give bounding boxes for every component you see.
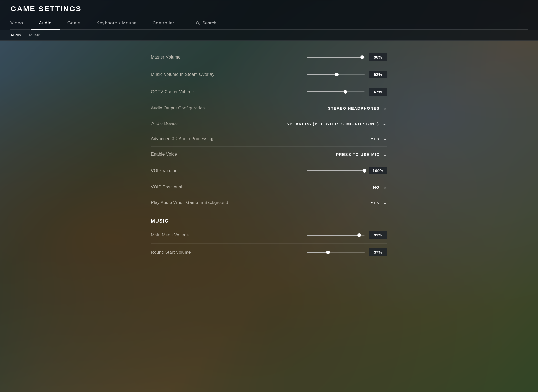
tab-audio[interactable]: Audio: [31, 18, 59, 29]
setting-audio-device: Audio Device SPEAKERS (YETI STEREO MICRO…: [148, 116, 390, 131]
slider-thumb-gotv-caster-volume: [344, 90, 347, 94]
slider-value-round-start-volume: 37%: [369, 248, 387, 256]
setting-control-enable-voice: PRESS TO USE MIC ⌄: [336, 151, 387, 157]
tab-keyboard-mouse[interactable]: Keyboard / Mouse: [88, 18, 145, 29]
slider-value-master-volume: 96%: [369, 53, 387, 61]
slider-value-gotv-caster-volume: 67%: [369, 88, 387, 96]
setting-control-gotv-caster-volume: 67%: [307, 88, 387, 96]
setting-label-master-volume: Master Volume: [151, 55, 230, 60]
tab-game[interactable]: Game: [60, 18, 88, 29]
slider-fill-main-menu-volume: [307, 235, 359, 236]
tab-controller[interactable]: Controller: [145, 18, 182, 29]
slider-track-music-volume-overlay[interactable]: [307, 74, 365, 75]
slider-value-main-menu-volume: 91%: [369, 231, 387, 239]
setting-control-master-volume: 96%: [307, 53, 387, 61]
svg-point-0: [196, 22, 199, 24]
main-content: Master Volume 96% Music Volume In Steam …: [0, 41, 538, 392]
dropdown-voip-positional[interactable]: NO ⌄: [373, 184, 387, 190]
slider-fill-round-start-volume: [307, 252, 328, 253]
slider-thumb-round-start-volume: [326, 251, 330, 254]
setting-music-volume-overlay: Music Volume In Steam Overlay 52%: [151, 66, 387, 83]
dropdown-value-play-audio-background: YES: [371, 200, 380, 205]
setting-control-play-audio-background: YES ⌄: [371, 200, 387, 205]
subtab-music[interactable]: Music: [29, 30, 40, 40]
setting-control-audio-output-config: STEREO HEADPHONES ⌄: [328, 105, 387, 111]
slider-track-gotv-caster-volume[interactable]: [307, 91, 365, 92]
dropdown-value-voip-positional: NO: [373, 185, 380, 189]
dropdown-value-audio-output-config: STEREO HEADPHONES: [328, 106, 379, 110]
setting-audio-output-config: Audio Output Configuration STEREO HEADPH…: [151, 100, 387, 116]
setting-label-music-volume-overlay: Music Volume In Steam Overlay: [151, 72, 230, 77]
setting-control-audio-device: SPEAKERS (YETI STEREO MICROPHONE) ⌄: [287, 121, 387, 126]
search-label: Search: [202, 20, 217, 26]
header: GAME SETTINGS Video Audio Game Keyboard …: [0, 0, 538, 30]
slider-thumb-voip-volume: [363, 169, 366, 173]
music-section-heading: Music: [151, 210, 387, 226]
setting-round-start-volume: Round Start Volume 37%: [151, 244, 387, 261]
setting-label-gotv-caster-volume: GOTV Caster Volume: [151, 89, 230, 94]
setting-control-music-volume-overlay: 52%: [307, 71, 387, 78]
setting-label-play-audio-background: Play Audio When Game In Background: [151, 200, 230, 205]
setting-control-round-start-volume: 37%: [307, 248, 387, 256]
slider-track-round-start-volume[interactable]: [307, 252, 365, 253]
setting-label-audio-output-config: Audio Output Configuration: [151, 106, 230, 110]
chevron-down-icon-audio-device: ⌄: [382, 121, 387, 126]
setting-main-menu-volume: Main Menu Volume 91%: [151, 226, 387, 244]
dropdown-value-audio-device: SPEAKERS (YETI STEREO MICROPHONE): [287, 121, 379, 126]
slider-value-voip-volume: 100%: [369, 167, 387, 174]
dropdown-enable-voice[interactable]: PRESS TO USE MIC ⌄: [336, 151, 387, 157]
tab-video[interactable]: Video: [10, 18, 31, 29]
slider-fill-voip-volume: [307, 170, 365, 171]
slider-value-music-volume-overlay: 52%: [369, 71, 387, 78]
dropdown-value-enable-voice: PRESS TO USE MIC: [336, 152, 379, 157]
setting-control-advanced-3d-audio: YES ⌄: [371, 136, 387, 142]
chevron-down-icon-play-audio-background: ⌄: [383, 200, 387, 205]
setting-label-voip-positional: VOIP Positional: [151, 185, 230, 189]
setting-control-main-menu-volume: 91%: [307, 231, 387, 239]
main-nav: Video Audio Game Keyboard / Mouse Contro…: [10, 18, 528, 30]
setting-voip-volume: VOIP Volume 100%: [151, 162, 387, 179]
svg-line-1: [198, 24, 200, 25]
slider-thumb-main-menu-volume: [357, 233, 361, 237]
slider-fill-music-volume-overlay: [307, 74, 337, 75]
setting-label-voip-volume: VOIP Volume: [151, 168, 230, 173]
slider-thumb-music-volume-overlay: [335, 73, 339, 76]
setting-label-advanced-3d-audio: Advanced 3D Audio Processing: [151, 136, 230, 141]
settings-panel: Master Volume 96% Music Volume In Steam …: [151, 41, 387, 274]
search-button[interactable]: Search: [188, 18, 224, 29]
setting-advanced-3d-audio: Advanced 3D Audio Processing YES ⌄: [151, 131, 387, 147]
dropdown-audio-device[interactable]: SPEAKERS (YETI STEREO MICROPHONE) ⌄: [287, 121, 387, 126]
setting-label-audio-device: Audio Device: [151, 121, 230, 126]
slider-fill-gotv-caster-volume: [307, 91, 345, 92]
sub-nav: Audio Music: [0, 30, 538, 41]
subtab-audio[interactable]: Audio: [10, 30, 21, 40]
dropdown-value-advanced-3d-audio: YES: [371, 137, 380, 141]
slider-thumb-master-volume: [360, 55, 364, 59]
setting-enable-voice: Enable Voice PRESS TO USE MIC ⌄: [151, 147, 387, 162]
setting-control-voip-volume: 100%: [307, 167, 387, 174]
setting-voip-positional: VOIP Positional NO ⌄: [151, 179, 387, 195]
setting-gotv-caster-volume: GOTV Caster Volume 67%: [151, 83, 387, 100]
slider-fill-master-volume: [307, 57, 362, 58]
chevron-down-icon-advanced-3d-audio: ⌄: [383, 136, 387, 142]
slider-track-main-menu-volume[interactable]: [307, 235, 365, 236]
chevron-down-icon-audio-output-config: ⌄: [383, 105, 387, 111]
chevron-down-icon-voip-positional: ⌄: [383, 184, 387, 190]
slider-track-voip-volume[interactable]: [307, 170, 365, 171]
setting-label-main-menu-volume: Main Menu Volume: [151, 233, 230, 237]
setting-label-round-start-volume: Round Start Volume: [151, 250, 230, 255]
slider-track-master-volume[interactable]: [307, 57, 365, 58]
setting-play-audio-background: Play Audio When Game In Background YES ⌄: [151, 195, 387, 210]
search-icon: [196, 21, 200, 25]
chevron-down-icon-enable-voice: ⌄: [383, 151, 387, 157]
setting-master-volume: Master Volume 96%: [151, 49, 387, 66]
page-title: GAME SETTINGS: [10, 5, 528, 18]
setting-label-enable-voice: Enable Voice: [151, 152, 230, 157]
dropdown-audio-output-config[interactable]: STEREO HEADPHONES ⌄: [328, 105, 387, 111]
dropdown-play-audio-background[interactable]: YES ⌄: [371, 200, 387, 205]
setting-control-voip-positional: NO ⌄: [373, 184, 387, 190]
dropdown-advanced-3d-audio[interactable]: YES ⌄: [371, 136, 387, 142]
